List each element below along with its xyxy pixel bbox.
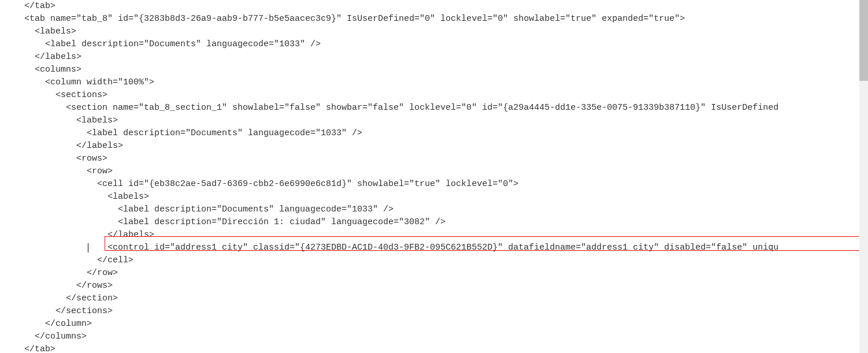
code-line[interactable]: <label description="Documents" languagec… xyxy=(24,203,868,216)
vertical-scrollbar-thumb[interactable] xyxy=(859,0,868,81)
code-line[interactable]: </labels> xyxy=(24,51,868,64)
code-line[interactable]: </row> xyxy=(24,267,868,280)
code-line[interactable]: </column> xyxy=(24,318,868,330)
code-line[interactable]: </labels> xyxy=(24,140,868,153)
code-line[interactable]: </rows> xyxy=(24,280,868,292)
code-line[interactable]: <labels> xyxy=(24,114,868,127)
code-line[interactable]: </sections> xyxy=(24,305,868,318)
code-line[interactable]: <row> xyxy=(24,165,868,178)
code-line[interactable]: <tab name="tab_8" id="{3283b8d3-26a9-aab… xyxy=(24,13,868,25)
code-line[interactable]: <column width="100%"> xyxy=(24,76,868,89)
code-line[interactable]: <label description="Documents" languagec… xyxy=(24,127,868,140)
code-line[interactable]: <labels> xyxy=(24,191,868,203)
code-line[interactable]: </tab> xyxy=(24,0,868,13)
code-line[interactable]: <rows> xyxy=(24,153,868,165)
code-line[interactable]: <label description="Documents" languagec… xyxy=(24,38,868,51)
code-line[interactable]: <cell id="{eb38c2ae-5ad7-6369-cbb2-6e699… xyxy=(24,178,868,191)
code-line[interactable]: <columns> xyxy=(24,64,868,76)
vertical-scrollbar[interactable] xyxy=(859,0,868,353)
code-line[interactable]: </cell> xyxy=(24,254,868,267)
code-line[interactable]: <sections> xyxy=(24,89,868,102)
code-line[interactable]: </labels> xyxy=(24,229,868,241)
text-cursor xyxy=(88,243,88,252)
code-line[interactable]: </section> xyxy=(24,292,868,305)
code-line[interactable]: <control id="address1_city" classid="{42… xyxy=(24,241,868,254)
code-block[interactable]: </tab><tab name="tab_8" id="{3283b8d3-26… xyxy=(0,0,868,353)
code-line[interactable]: <label description="Dirección 1: ciudad"… xyxy=(24,216,868,229)
code-line[interactable]: <section name="tab_8_section_1" showlabe… xyxy=(24,102,868,114)
code-line[interactable]: <labels> xyxy=(24,25,868,38)
code-line[interactable]: </tab> xyxy=(24,343,868,353)
code-line[interactable]: </columns> xyxy=(24,330,868,343)
